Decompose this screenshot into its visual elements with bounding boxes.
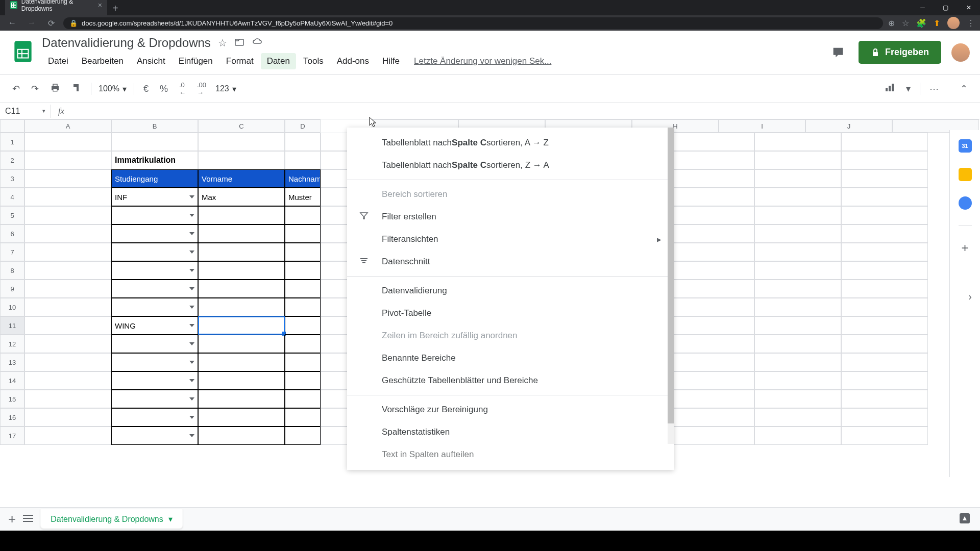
cell[interactable] (668, 151, 754, 169)
browser-tab[interactable]: Datenvalidierung & Dropdowns × (5, 0, 107, 15)
cell[interactable] (285, 371, 321, 390)
star-icon[interactable]: ☆ (218, 37, 227, 49)
row-header[interactable]: 7 (0, 243, 24, 261)
cell[interactable] (668, 188, 754, 206)
number-format-select[interactable]: 123 ▾ (215, 84, 236, 94)
row-header[interactable]: 3 (0, 169, 24, 188)
cell[interactable] (841, 224, 928, 243)
menu-filter-views[interactable]: Filteransichten ▸ (347, 228, 674, 251)
move-icon[interactable] (234, 37, 244, 49)
cell[interactable] (841, 335, 928, 353)
cell[interactable] (668, 408, 754, 427)
cell[interactable] (24, 151, 111, 169)
expand-sidepanel-button[interactable]: › (968, 291, 972, 520)
insert-chart-button[interactable] (883, 81, 897, 97)
row-header[interactable]: 2 (0, 151, 24, 169)
decrease-decimal-button[interactable]: .0← (177, 79, 188, 98)
cell[interactable] (198, 133, 285, 151)
row-header[interactable]: 15 (0, 390, 24, 408)
menu-tools[interactable]: Tools (297, 53, 330, 69)
cell[interactable] (198, 206, 285, 224)
cell[interactable] (841, 371, 928, 390)
cell[interactable] (111, 408, 198, 427)
cell[interactable] (24, 133, 111, 151)
menu-bearbeiten[interactable]: Bearbeiten (76, 53, 130, 69)
cell[interactable] (668, 353, 754, 371)
cell[interactable] (111, 353, 198, 371)
profile-avatar[interactable] (947, 17, 960, 29)
cell[interactable]: Muster (285, 188, 321, 206)
cell[interactable] (754, 280, 841, 298)
cell[interactable] (668, 335, 754, 353)
account-avatar[interactable] (951, 43, 970, 62)
cell[interactable] (754, 188, 841, 206)
cell[interactable] (198, 316, 285, 335)
row-header[interactable]: 9 (0, 280, 24, 298)
menu-slicer[interactable]: Datenschnitt (347, 251, 674, 273)
cell[interactable] (111, 261, 198, 280)
cell[interactable] (754, 133, 841, 151)
doc-title[interactable]: Datenvalidierung & Dropdowns (42, 36, 211, 50)
cell[interactable] (111, 427, 198, 445)
cell[interactable] (111, 206, 198, 224)
cell[interactable] (198, 243, 285, 261)
cell[interactable] (198, 427, 285, 445)
cell[interactable] (841, 280, 928, 298)
formula-input[interactable] (71, 103, 980, 119)
select-all-corner[interactable] (0, 119, 24, 133)
cell[interactable] (198, 298, 285, 316)
back-button[interactable]: ← (5, 18, 19, 28)
menu-named-ranges[interactable]: Benannte Bereiche (347, 347, 674, 369)
cell[interactable]: Immatrikulation (111, 151, 198, 169)
new-tab-button[interactable]: + (107, 2, 124, 15)
cell[interactable] (24, 390, 111, 408)
row-header[interactable]: 6 (0, 224, 24, 243)
cell[interactable] (754, 298, 841, 316)
cell[interactable] (24, 335, 111, 353)
cell[interactable] (841, 298, 928, 316)
menu-data-validation[interactable]: Datenvalidierung (347, 280, 674, 302)
cell[interactable] (198, 151, 285, 169)
cell[interactable] (668, 427, 754, 445)
cell[interactable] (24, 298, 111, 316)
menu-column-stats[interactable]: Spaltenstatistiken (347, 421, 674, 443)
cell[interactable] (24, 408, 111, 427)
chrome-menu-icon[interactable]: ⋮ (967, 18, 975, 28)
cell[interactable] (111, 224, 198, 243)
cell[interactable]: INF (111, 188, 198, 206)
row-header[interactable]: 13 (0, 353, 24, 371)
cell[interactable] (841, 427, 928, 445)
menu-ansicht[interactable]: Ansicht (131, 53, 172, 69)
paint-format-button[interactable] (69, 81, 84, 97)
cloud-icon[interactable] (252, 36, 263, 50)
percent-button[interactable]: % (158, 82, 170, 96)
cell[interactable] (285, 261, 321, 280)
cell[interactable] (754, 243, 841, 261)
row-header[interactable]: 1 (0, 133, 24, 151)
zoom-icon[interactable]: ⊕ (888, 18, 895, 28)
cell[interactable] (668, 371, 754, 390)
menu-sort-asc[interactable]: Tabellenblatt nach Spalte C sortieren, A… (347, 132, 674, 154)
cell[interactable] (754, 206, 841, 224)
cell[interactable] (754, 335, 841, 353)
cell[interactable] (111, 243, 198, 261)
row-header[interactable]: 16 (0, 408, 24, 427)
extensions-icon[interactable]: 🧩 (916, 18, 926, 28)
menu-hilfe[interactable]: Hilfe (376, 53, 406, 69)
collapse-toolbar-button[interactable]: ⌃ (958, 81, 970, 96)
menu-create-filter[interactable]: Filter erstellen (347, 206, 674, 228)
cell[interactable] (754, 353, 841, 371)
cell[interactable] (285, 224, 321, 243)
menu-sort-desc[interactable]: Tabellenblatt nach Spalte C sortieren, Z… (347, 154, 674, 177)
cell[interactable] (198, 261, 285, 280)
more-button[interactable]: ⋯ (927, 81, 941, 96)
cell[interactable] (24, 206, 111, 224)
col-header-c[interactable]: C (198, 119, 285, 133)
menu-einfuegen[interactable]: Einfügen (173, 53, 219, 69)
cell[interactable] (841, 243, 928, 261)
close-window-button[interactable]: ✕ (957, 0, 980, 15)
chevron-down-icon[interactable]: ▾ (904, 81, 913, 96)
cell[interactable] (668, 298, 754, 316)
explore-button[interactable] (958, 511, 972, 528)
row-header[interactable]: 17 (0, 427, 24, 445)
